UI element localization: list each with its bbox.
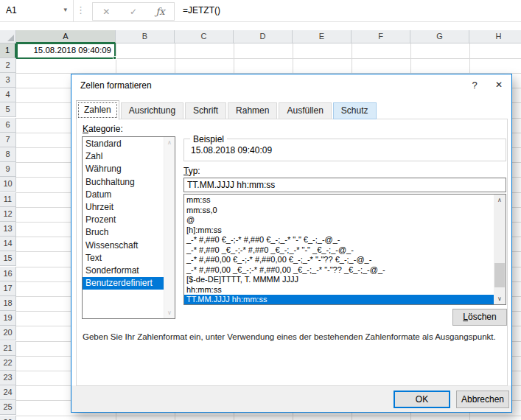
category-item[interactable]: Standard <box>83 138 164 150</box>
row-header-15[interactable]: 15 <box>0 251 16 266</box>
confirm-entry-icon[interactable]: ✓ <box>125 7 142 17</box>
tab-page-zahlen: Kategorie: StandardZahlWährungBuchhaltun… <box>76 119 508 386</box>
row-header-21[interactable]: 21 <box>0 341 16 356</box>
format-cells-dialog: Zellen formatieren ? ✕ ZahlenAusrichtung… <box>71 74 512 413</box>
type-option[interactable]: mm:ss <box>184 195 494 206</box>
category-item[interactable]: Uhrzeit <box>83 201 164 214</box>
tab-schutz[interactable]: Schutz <box>333 102 377 119</box>
scroll-up-icon[interactable]: ∧ <box>494 195 506 206</box>
type-option[interactable]: _-* #,##0,00 _€_-;-* #,##0,00 _€_-;_-* "… <box>184 265 494 276</box>
dialog-title: Zellen formatieren <box>80 80 152 91</box>
tab-rahmen[interactable]: Rahmen <box>228 102 277 119</box>
column-header-H[interactable]: H <box>469 30 521 43</box>
column-header-D[interactable]: D <box>234 30 293 43</box>
insert-function-icon[interactable]: ƒx <box>152 6 169 17</box>
active-cell-a1[interactable]: 15.08.2018 09:40:09 <box>16 43 116 59</box>
type-option[interactable]: hh:mm:ss <box>184 285 494 295</box>
active-cell-value: 15.08.2018 09:40:09 <box>33 46 111 55</box>
formula-bar: A1 ▾ ⋮ ✕ ✓ ƒx =JETZT() <box>0 0 521 22</box>
row-header-7[interactable]: 7 <box>0 133 16 147</box>
example-groupbox: Beispiel 15.08.2018 09:40:09 <box>183 139 506 161</box>
dialog-footer: OK Abbrechen <box>71 385 511 412</box>
row-header-16[interactable]: 16 <box>0 267 16 281</box>
row-header-6[interactable]: 6 <box>0 118 16 133</box>
category-item[interactable]: Bruch <box>83 226 164 239</box>
row-header-1[interactable]: 1 <box>0 43 16 58</box>
tab-schrift[interactable]: Schrift <box>185 102 226 119</box>
name-box-dropdown-icon[interactable]: ▾ <box>63 6 67 13</box>
scrollbar-thumb[interactable] <box>494 263 505 287</box>
type-option[interactable]: _-* #,##0,00 €_-;-* #,##0,00 €_-;_-* "-"… <box>184 255 494 265</box>
row-header-8[interactable]: 8 <box>0 147 16 162</box>
row-header-22[interactable]: 22 <box>0 356 16 371</box>
category-item[interactable]: Zahl <box>83 150 164 163</box>
row-header-20[interactable]: 20 <box>0 326 16 340</box>
ok-button[interactable]: OK <box>394 391 450 408</box>
row-header-19[interactable]: 19 <box>0 311 16 326</box>
category-item[interactable]: Sonderformat <box>83 265 164 277</box>
name-box[interactable]: A1 ▾ <box>0 0 74 22</box>
column-header-G[interactable]: G <box>410 30 469 43</box>
row-header-11[interactable]: 11 <box>0 192 16 207</box>
row-header-13[interactable]: 13 <box>0 222 16 237</box>
type-option[interactable]: _-* #,##0 _€_-;-* #,##0 _€_-;_-* "-" _€_… <box>184 245 494 256</box>
category-item[interactable]: Buchhaltung <box>83 176 164 189</box>
column-header-B[interactable]: B <box>116 30 175 43</box>
type-label: Typ: <box>183 166 200 176</box>
type-option[interactable]: [$-de-DE]TTTT, T. MMMM JJJJ <box>184 275 494 285</box>
scroll-up-icon[interactable]: ∧ <box>164 137 175 148</box>
type-input[interactable] <box>183 178 506 192</box>
select-all-corner[interactable] <box>0 30 16 43</box>
category-scrollbar[interactable]: ∧ ∨ <box>164 137 175 318</box>
type-option[interactable]: @ <box>184 215 494 225</box>
column-header-A[interactable]: A <box>16 30 116 43</box>
column-header-C[interactable]: C <box>175 30 234 43</box>
row-header-9[interactable]: 9 <box>0 162 16 177</box>
row-header-3[interactable]: 3 <box>0 73 16 88</box>
dialog-help-button[interactable]: ? <box>463 74 486 96</box>
name-box-value: A1 <box>6 5 17 15</box>
row-header-17[interactable]: 17 <box>0 281 16 296</box>
formula-input[interactable]: =JETZT() <box>183 5 220 15</box>
tab-ausrichtung[interactable]: Ausrichtung <box>121 102 183 119</box>
tab-zahlen[interactable]: Zahlen <box>76 100 119 120</box>
row-header-23[interactable]: 23 <box>0 371 16 385</box>
row-header-18[interactable]: 18 <box>0 296 16 311</box>
delete-button[interactable]: Löschen <box>452 309 507 326</box>
type-option[interactable]: TT.MM.JJJJ hh:mm:ss <box>184 295 494 305</box>
column-header-F[interactable]: F <box>352 30 410 43</box>
type-scrollbar[interactable]: ∧ ∨ <box>494 195 506 304</box>
tab-ausfüllen[interactable]: Ausfüllen <box>279 102 331 119</box>
row-header-10[interactable]: 10 <box>0 177 16 192</box>
category-item[interactable]: Prozent <box>83 214 164 226</box>
column-header-E[interactable]: E <box>293 30 352 43</box>
category-item[interactable]: Datum <box>83 189 164 201</box>
scroll-down-icon[interactable]: ∨ <box>164 307 175 318</box>
formula-bar-buttons: ✕ ✓ ƒx <box>92 2 175 21</box>
category-item[interactable]: Benutzerdefiniert <box>83 277 164 290</box>
row-header-2[interactable]: 2 <box>0 58 16 73</box>
row-header-25[interactable]: 25 <box>0 400 16 415</box>
type-option[interactable]: _-* #,##0 €_-;-* #,##0 €_-;_-* "-" €_-;_… <box>184 235 494 245</box>
category-item[interactable]: Text <box>83 252 164 265</box>
row-header-14[interactable]: 14 <box>0 237 16 251</box>
category-item[interactable]: Währung <box>83 163 164 175</box>
row-header-26[interactable]: 26 <box>0 416 16 420</box>
cancel-button[interactable]: Abbrechen <box>456 391 509 408</box>
type-listbox[interactable]: mm:ssmm:ss,0@[h]:mm:ss_-* #,##0 €_-;-* #… <box>183 194 506 305</box>
select-all-triangle-icon <box>7 35 14 41</box>
row-header-5[interactable]: 5 <box>0 102 16 117</box>
row-header-4[interactable]: 4 <box>0 88 16 102</box>
category-listbox[interactable]: StandardZahlWährungBuchhaltungDatumUhrze… <box>82 136 175 319</box>
type-option[interactable]: mm:ss,0 <box>184 206 494 216</box>
fill-handle[interactable] <box>113 56 116 60</box>
example-legend: Beispiel <box>190 134 227 144</box>
type-option[interactable]: [h]:mm:ss <box>184 225 494 236</box>
cancel-entry-icon[interactable]: ✕ <box>97 7 115 17</box>
dialog-tabs: ZahlenAusrichtungSchriftRahmenAusfüllenS… <box>76 101 378 119</box>
row-header-12[interactable]: 12 <box>0 207 16 222</box>
scroll-down-icon[interactable]: ∨ <box>494 293 506 304</box>
category-item[interactable]: Wissenschaft <box>83 239 164 252</box>
dialog-close-icon[interactable]: ✕ <box>487 74 511 96</box>
row-header-24[interactable]: 24 <box>0 385 16 400</box>
